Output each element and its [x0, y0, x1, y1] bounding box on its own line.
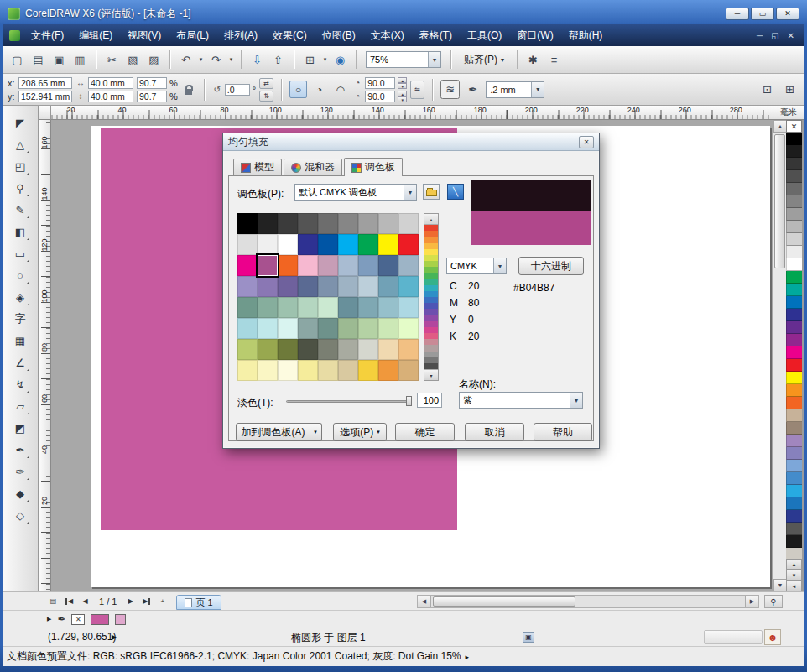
h-ruler[interactable]: 20406080100120140160180200220240260280: [51, 106, 773, 120]
palette-swatch[interactable]: [258, 297, 278, 318]
y-position-field[interactable]: 152.941 mm: [18, 91, 72, 102]
interactive-fill-tool[interactable]: ◇: [9, 505, 31, 525]
zoom-tool[interactable]: ⚲: [9, 178, 31, 198]
doc-color-swatch[interactable]: [786, 208, 802, 221]
doc-color-swatch[interactable]: [786, 195, 802, 208]
doc-color-swatch[interactable]: [786, 346, 802, 359]
doc-restore-button[interactable]: ◱: [771, 31, 778, 40]
v-ruler[interactable]: 16014012010080604020: [39, 120, 51, 591]
doc-color-swatch[interactable]: [786, 183, 802, 195]
arc-mode-button[interactable]: ◠: [331, 81, 349, 98]
undo-icon-dropdown[interactable]: ▾: [197, 56, 205, 63]
menu-item[interactable]: 工具(O): [460, 25, 509, 46]
browse-palette-button[interactable]: [423, 184, 440, 200]
eyedropper-button[interactable]: ╲: [447, 184, 464, 200]
palette-swatch[interactable]: [338, 234, 358, 255]
palette-swatch[interactable]: [358, 339, 378, 360]
palette-swatch[interactable]: [298, 234, 318, 255]
tab-mixers[interactable]: 混和器: [284, 159, 342, 175]
palette-swatch[interactable]: [298, 297, 318, 318]
wrap-text-button[interactable]: ≋: [440, 80, 460, 99]
close-button[interactable]: ✕: [776, 8, 799, 20]
view-options-icon[interactable]: ⊞: [780, 80, 799, 99]
maximize-button[interactable]: ▭: [751, 8, 774, 20]
palette-swatch[interactable]: [398, 339, 419, 360]
model-select[interactable]: CMYK ▾: [446, 258, 507, 274]
minimize-button[interactable]: ─: [726, 8, 749, 20]
doc-color-swatch[interactable]: [786, 321, 802, 334]
application-launcher-icon[interactable]: ⊞: [300, 50, 320, 70]
import-icon[interactable]: ⇩: [247, 50, 267, 70]
arc-end-field[interactable]: 90.0: [365, 91, 395, 102]
doc-minimize-button[interactable]: ─: [757, 31, 763, 40]
fill-color-swatch[interactable]: [91, 614, 109, 625]
hex-button[interactable]: 十六进制: [518, 257, 584, 275]
doc-color-swatch[interactable]: [786, 133, 802, 145]
palette-swatch[interactable]: [258, 360, 278, 381]
palette-swatch[interactable]: [398, 318, 419, 339]
help-button[interactable]: 帮助: [534, 423, 592, 441]
palette-swatch[interactable]: [398, 276, 419, 297]
palette-swatch[interactable]: [378, 339, 398, 360]
palette-swatch[interactable]: [338, 360, 358, 381]
palette-swatch[interactable]: [278, 297, 298, 318]
connector-tool[interactable]: ↯: [9, 374, 31, 394]
palette-swatch[interactable]: [278, 213, 298, 234]
menu-item[interactable]: 效果(C): [265, 25, 315, 46]
scroll-up-button[interactable]: ▲: [773, 120, 787, 133]
tint-slider-track[interactable]: [286, 400, 412, 403]
doc-color-swatch[interactable]: [786, 409, 802, 422]
palette-swatch[interactable]: [358, 318, 378, 339]
rectangle-tool[interactable]: ▭: [9, 243, 31, 263]
outline-pen-status-icon[interactable]: ✒: [57, 613, 65, 625]
palette-swatch[interactable]: [278, 360, 298, 381]
color-eyedropper-tool[interactable]: ✒: [9, 440, 31, 460]
tint-value-field[interactable]: 100: [417, 393, 442, 408]
menu-item[interactable]: 布局(L): [169, 25, 216, 46]
palette-swatch[interactable]: [237, 297, 258, 318]
palette-swatch[interactable]: [318, 318, 338, 339]
model-select-dropdown-icon[interactable]: ▾: [493, 258, 506, 273]
smart-fill-tool[interactable]: ◧: [9, 221, 31, 242]
dialog-title-bar[interactable]: 均匀填充 ✕: [223, 133, 599, 151]
doc-color-swatch[interactable]: [786, 435, 802, 447]
palette-swatch[interactable]: [338, 297, 358, 318]
menu-item[interactable]: 窗口(W): [509, 25, 560, 46]
doc-color-swatch[interactable]: [786, 284, 802, 296]
doc-color-swatch[interactable]: [786, 359, 802, 372]
last-page-button[interactable]: ▶: [139, 595, 154, 608]
palette-swatch[interactable]: [358, 360, 378, 381]
freehand-tool[interactable]: ✎: [9, 200, 31, 220]
snap-options-icon[interactable]: ⊡: [758, 80, 777, 99]
palette-swatch[interactable]: [338, 339, 358, 360]
palette-swatch[interactable]: [338, 213, 358, 234]
doc-color-swatch[interactable]: [786, 384, 802, 397]
palette-swatch[interactable]: [378, 213, 398, 234]
palette-swatch[interactable]: [318, 234, 338, 255]
cancel-button[interactable]: 取消: [465, 423, 524, 441]
doc-color-swatch[interactable]: [786, 309, 802, 321]
palette-swatch[interactable]: [258, 339, 278, 360]
page-tab[interactable]: 页 1: [176, 595, 221, 610]
palette-swatch[interactable]: [258, 234, 278, 255]
arc-start-spinner[interactable]: ▴▾: [398, 77, 407, 89]
doc-color-swatch[interactable]: [786, 422, 802, 435]
scale-x-field[interactable]: 90.7: [137, 77, 167, 89]
palette-swatch[interactable]: [358, 213, 378, 234]
snap-to-dropdown[interactable]: 贴齐(P) ▾: [457, 53, 511, 67]
customize-icon[interactable]: ≡: [544, 50, 564, 70]
strip-down-button[interactable]: ▾: [424, 369, 438, 380]
swap-direction-button[interactable]: ⇋: [410, 81, 424, 99]
palette-swatch[interactable]: [298, 213, 318, 234]
component-value[interactable]: 80: [468, 297, 479, 309]
palette-swatch[interactable]: [278, 234, 298, 255]
mirror-vertical-button[interactable]: ⇅: [259, 91, 273, 102]
doc-color-swatch[interactable]: [786, 233, 802, 246]
no-outline-swatch[interactable]: ✕: [71, 614, 85, 625]
fill-tool[interactable]: ◆: [9, 483, 31, 503]
arc-end-spinner[interactable]: ▴▾: [398, 91, 407, 102]
doc-color-swatch[interactable]: [786, 397, 802, 409]
menu-item[interactable]: 表格(T): [412, 25, 460, 46]
outline-color-swatch[interactable]: [115, 614, 126, 625]
next-page-button[interactable]: ▶: [123, 595, 138, 608]
